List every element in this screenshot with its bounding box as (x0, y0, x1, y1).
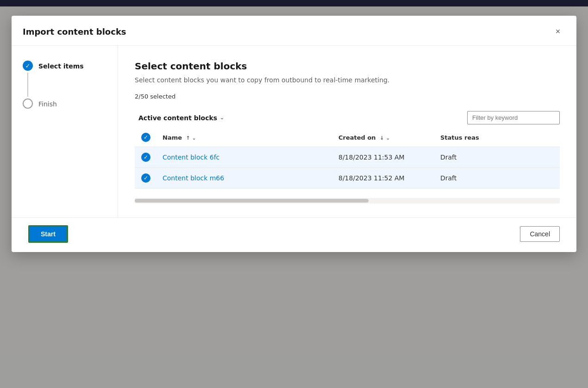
active-filter-dropdown[interactable]: Active content blocks ⌄ (135, 111, 228, 124)
modal-footer: Start Cancel (12, 217, 576, 252)
row-1-checkbox-cell: ✓ (135, 147, 157, 168)
table-row: ✓ Content block 6fc 8/18/2023 11:53 AM D… (135, 147, 560, 168)
row-1-check-icon: ✓ (144, 154, 148, 160)
start-button[interactable]: Start (28, 225, 68, 243)
table-toolbar: Active content blocks ⌄ (135, 107, 560, 128)
content-blocks-table: ✓ Name ↑ ⌄ Created on ↓ ⌄ (135, 128, 560, 189)
table-header: ✓ Name ↑ ⌄ Created on ↓ ⌄ (135, 128, 560, 147)
step-1-circle: ✓ (23, 61, 33, 71)
row-2-checkbox[interactable]: ✓ (141, 173, 150, 183)
step-2-circle (23, 99, 33, 109)
row-2-name-link[interactable]: Content block m66 (163, 174, 224, 182)
header-name[interactable]: Name ↑ ⌄ (157, 128, 333, 147)
row-2-created-on: 8/18/2023 11:52 AM (333, 168, 435, 189)
row-2-name: Content block m66 (157, 168, 333, 189)
step-2-label: Finish (38, 99, 57, 108)
row-1-name-link[interactable]: Content block 6fc (163, 154, 219, 161)
close-button[interactable]: × (550, 24, 565, 39)
horizontal-scrollbar[interactable] (135, 198, 560, 203)
step-1-connector: ✓ (23, 61, 33, 99)
close-icon: × (556, 27, 561, 37)
row-1-checkbox[interactable]: ✓ (141, 153, 150, 162)
created-sort-icons: ↓ ⌄ (380, 135, 390, 141)
selection-count: 2/50 selected (135, 93, 560, 100)
step-2-connector (23, 99, 33, 109)
header-status-reason: Status reas (435, 128, 560, 147)
step-connector-line (27, 73, 28, 97)
modal-title: Import content blocks (23, 27, 126, 37)
scrollbar-thumb (135, 199, 369, 203)
content-title: Select content blocks (135, 61, 560, 72)
chevron-down-icon: ⌄ (220, 115, 224, 121)
step-1-label: Select items (38, 62, 84, 70)
name-sort-icons: ↑ ⌄ (186, 135, 196, 141)
modal-body: ✓ Select items (12, 46, 576, 217)
header-checkbox-cell: ✓ (135, 128, 157, 147)
select-all-checkbox[interactable]: ✓ (141, 133, 150, 142)
row-2-check-icon: ✓ (144, 175, 148, 181)
main-content: Select content blocks Select content blo… (118, 46, 576, 217)
footer-left-actions: Start (28, 225, 68, 243)
content-description: Select content blocks you want to copy f… (135, 76, 560, 84)
filter-dropdown-label: Active content blocks (138, 114, 217, 122)
header-created-on[interactable]: Created on ↓ ⌄ (333, 128, 435, 147)
table-row: ✓ Content block m66 8/18/2023 11:52 AM D… (135, 168, 560, 189)
row-1-created-on: 8/18/2023 11:53 AM (333, 147, 435, 168)
row-1-status: Draft (435, 147, 560, 168)
filter-keyword-input[interactable] (467, 111, 560, 124)
select-all-check-icon: ✓ (144, 134, 148, 141)
import-modal: Import content blocks × ✓ (12, 16, 576, 252)
step-1-check-icon: ✓ (25, 62, 31, 69)
table-body: ✓ Content block 6fc 8/18/2023 11:53 AM D… (135, 147, 560, 189)
row-2-checkbox-cell: ✓ (135, 168, 157, 189)
steps-sidebar: ✓ Select items (12, 46, 118, 217)
cancel-button[interactable]: Cancel (520, 226, 560, 242)
modal-header: Import content blocks × (12, 16, 576, 46)
row-1-name: Content block 6fc (157, 147, 333, 168)
row-2-status: Draft (435, 168, 560, 189)
